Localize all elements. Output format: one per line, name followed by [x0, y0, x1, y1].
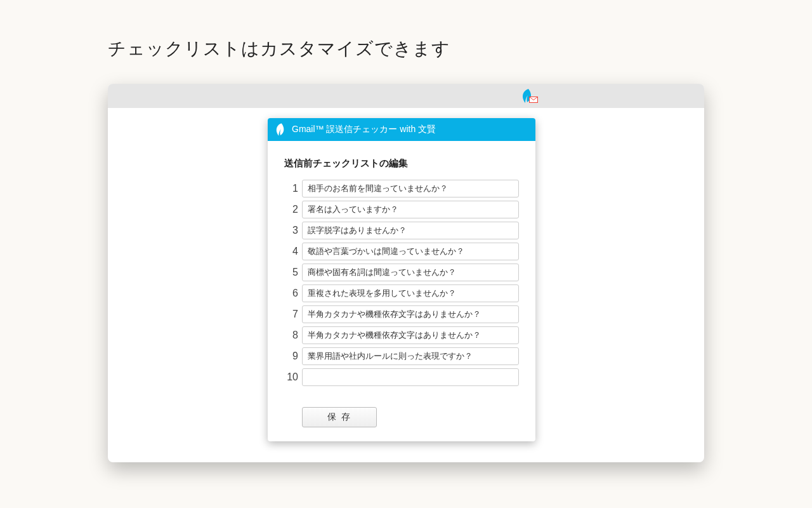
checklist-row: 9 — [284, 347, 519, 365]
save-button[interactable]: 保存 — [302, 407, 377, 427]
checklist-input[interactable] — [302, 243, 519, 260]
leaf-icon — [275, 123, 285, 136]
mail-icon — [529, 97, 538, 103]
dialog-title: Gmail™ 誤送信チェッカー with 文賢 — [292, 124, 436, 135]
checklist-dialog: Gmail™ 誤送信チェッカー with 文賢 送信前チェックリストの編集 12… — [268, 118, 535, 441]
checklist-input[interactable] — [302, 305, 519, 323]
checklist-row: 1 — [284, 180, 519, 197]
row-number: 5 — [284, 267, 298, 278]
row-number: 7 — [284, 309, 298, 320]
panel-header — [108, 84, 704, 108]
dialog-body: 送信前チェックリストの編集 12345678910 保存 — [268, 141, 535, 441]
checklist-input[interactable] — [302, 368, 519, 386]
row-number: 1 — [284, 183, 298, 194]
row-number: 9 — [284, 351, 298, 362]
checklist-row: 10 — [284, 368, 519, 386]
checklist-input[interactable] — [302, 222, 519, 239]
checklist-input[interactable] — [302, 326, 519, 344]
row-number: 10 — [284, 371, 298, 383]
checklist-row: 6 — [284, 284, 519, 302]
checklist-input[interactable] — [302, 347, 519, 365]
checklist-input[interactable] — [302, 180, 519, 197]
checklist-row: 8 — [284, 326, 519, 344]
checklist-row: 4 — [284, 243, 519, 260]
extension-icon — [521, 90, 539, 105]
checklist-input[interactable] — [302, 284, 519, 302]
checklist-row: 3 — [284, 222, 519, 239]
row-number: 3 — [284, 225, 298, 236]
checklist-row: 5 — [284, 264, 519, 281]
checklist-input[interactable] — [302, 201, 519, 218]
row-number: 8 — [284, 330, 298, 341]
dialog-titlebar: Gmail™ 誤送信チェッカー with 文賢 — [268, 118, 535, 141]
app-panel: Gmail™ 誤送信チェッカー with 文賢 送信前チェックリストの編集 12… — [108, 84, 704, 462]
row-number: 6 — [284, 288, 298, 299]
row-number: 4 — [284, 246, 298, 257]
checklist-input[interactable] — [302, 264, 519, 281]
checklist-row: 7 — [284, 305, 519, 323]
dialog-subtitle: 送信前チェックリストの編集 — [284, 157, 519, 170]
page-title: チェックリストはカスタマイズできます — [0, 0, 812, 61]
checklist-row: 2 — [284, 201, 519, 218]
row-number: 2 — [284, 204, 298, 215]
